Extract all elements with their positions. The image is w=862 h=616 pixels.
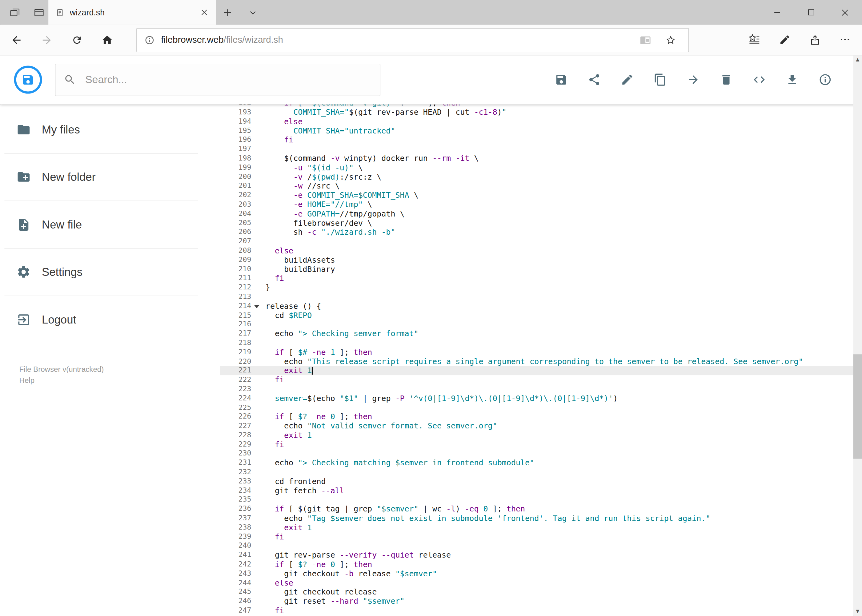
- code-line-212[interactable]: 212}: [220, 283, 853, 292]
- code-line-206[interactable]: 206 sh -c "./wizard.sh -b": [220, 228, 853, 237]
- code-line-194[interactable]: 194 else: [220, 117, 853, 126]
- code-line-213[interactable]: 213: [220, 292, 853, 302]
- code-line-231[interactable]: 231 echo "> Checking matching $semver in…: [220, 458, 853, 467]
- code-line-246[interactable]: 246 git reset --hard "$semver": [220, 597, 853, 606]
- delete-button[interactable]: [720, 73, 733, 86]
- code-line-209[interactable]: 209 buildAssets: [220, 255, 853, 264]
- code-line-222[interactable]: 222 fi: [220, 375, 853, 384]
- code-line-205[interactable]: 205 filebrowser/dev \: [220, 218, 853, 228]
- page-scrollbar[interactable]: ▲ ▼: [853, 55, 862, 616]
- web-note-button[interactable]: [772, 27, 797, 52]
- tab-close-button[interactable]: [197, 5, 211, 19]
- info-button[interactable]: [819, 73, 832, 86]
- code-line-226[interactable]: 226 if [ $? -ne 0 ]; then: [220, 412, 853, 421]
- search-box[interactable]: [55, 63, 381, 96]
- code-line-244[interactable]: 244 else: [220, 578, 853, 588]
- code-line-195[interactable]: 195 COMMIT_SHA="untracked": [220, 126, 853, 135]
- help-link[interactable]: Help: [19, 376, 35, 385]
- move-button[interactable]: [687, 73, 700, 86]
- code-line-221[interactable]: 221 exit 1: [220, 366, 853, 375]
- code-line-220[interactable]: 220 echo "This release script requires a…: [220, 357, 853, 366]
- scroll-up-button[interactable]: ▲: [853, 55, 862, 64]
- sidebar-item-logout[interactable]: Logout: [0, 296, 220, 343]
- code-line-235[interactable]: 235: [220, 495, 853, 504]
- hub-favorites-button[interactable]: [742, 27, 767, 52]
- code-line-211[interactable]: 211 fi: [220, 274, 853, 283]
- code-line-192[interactable]: 192 if [ "$(command -v git)" != "" ]; th…: [220, 104, 853, 108]
- save-button[interactable]: [555, 73, 568, 86]
- code-line-242[interactable]: 242 if [ $? -ne 0 ]; then: [220, 560, 853, 569]
- scroll-down-button[interactable]: ▼: [853, 607, 862, 616]
- sidebar-item-new-folder[interactable]: New folder: [0, 154, 220, 201]
- code-line-217[interactable]: 217 echo "> Checking semver format": [220, 329, 853, 338]
- tab-list-chevron-button[interactable]: [243, 0, 262, 25]
- code-line-207[interactable]: 207: [220, 237, 853, 246]
- sidebar-item-new-file[interactable]: New file: [0, 201, 220, 248]
- code-line-210[interactable]: 210 buildBinary: [220, 264, 853, 274]
- code-line-202[interactable]: 202 -e COMMIT_SHA=$COMMIT_SHA \: [220, 191, 853, 200]
- code-line-199[interactable]: 199 -u "$(id -u)" \: [220, 163, 853, 172]
- code-line-204[interactable]: 204 -e GOPATH=//tmp/gopath \: [220, 209, 853, 218]
- code-line-245[interactable]: 245 git checkout release: [220, 588, 853, 597]
- code-line-237[interactable]: 237 echo "Tag $semver does not exist in …: [220, 514, 853, 523]
- code-line-236[interactable]: 236 if [ $(git tag | grep "$semver" | wc…: [220, 504, 853, 514]
- code-line-232[interactable]: 232: [220, 467, 853, 477]
- code-line-201[interactable]: 201 -w //src \: [220, 181, 853, 191]
- share-button[interactable]: [588, 73, 601, 86]
- site-info-icon[interactable]: [145, 35, 154, 45]
- code-line-225[interactable]: 225: [220, 403, 853, 412]
- code-line-203[interactable]: 203 -e HOME="//tmp" \: [220, 200, 853, 209]
- copy-button[interactable]: [654, 73, 667, 86]
- code-line-241[interactable]: 241 git rev-parse --verify --quiet relea…: [220, 550, 853, 560]
- more-options-button[interactable]: [833, 27, 857, 52]
- download-button[interactable]: [786, 73, 799, 86]
- code-line-229[interactable]: 229 fi: [220, 440, 853, 449]
- sidebar-item-settings[interactable]: Settings: [0, 248, 220, 295]
- scrollbar-thumb[interactable]: [853, 354, 862, 459]
- code-line-233[interactable]: 233 cd frontend: [220, 477, 853, 486]
- new-tab-button[interactable]: [218, 0, 237, 25]
- app-logo[interactable]: [14, 66, 43, 94]
- source-code-button[interactable]: [753, 73, 766, 86]
- address-bar[interactable]: filebrowser.web/files/wizard.sh: [136, 28, 689, 52]
- code-line-223[interactable]: 223: [220, 384, 853, 394]
- code-line-198[interactable]: 198 $(command -v winpty) docker run --rm…: [220, 154, 853, 163]
- code-line-224[interactable]: 224 semver=$(echo "$1" | grep -P '^v(0|[…: [220, 394, 853, 403]
- tabs-aside-button[interactable]: [6, 0, 24, 25]
- maximize-button[interactable]: [794, 0, 828, 25]
- code-line-200[interactable]: 200 -v /$(pwd):/src:z \: [220, 172, 853, 181]
- code-line-243[interactable]: 243 git checkout -b release "$semver": [220, 569, 853, 578]
- code-line-218[interactable]: 218: [220, 338, 853, 347]
- code-line-193[interactable]: 193 COMMIT_SHA="$(git rev-parse HEAD | c…: [220, 108, 853, 117]
- browser-tab[interactable]: wizard.sh: [48, 0, 216, 25]
- search-input[interactable]: [84, 73, 372, 86]
- sidebar-item-my-files[interactable]: My files: [0, 106, 220, 153]
- tab-preview-button[interactable]: [30, 0, 48, 25]
- fold-marker-icon[interactable]: [251, 302, 265, 311]
- code-line-214[interactable]: 214release () {: [220, 302, 853, 311]
- code-editor[interactable]: 192 if [ "$(command -v git)" != "" ]; th…: [220, 104, 853, 616]
- code-line-240[interactable]: 240: [220, 541, 853, 550]
- refresh-button[interactable]: [65, 28, 89, 52]
- code-line-219[interactable]: 219 if [ $# -ne 1 ]; then: [220, 347, 853, 357]
- favorite-star-button[interactable]: [661, 30, 681, 50]
- code-line-230[interactable]: 230: [220, 449, 853, 458]
- code-line-228[interactable]: 228 exit 1: [220, 431, 853, 440]
- code-line-227[interactable]: 227 echo "Not valid semver format. See s…: [220, 421, 853, 431]
- code-line-197[interactable]: 197: [220, 145, 853, 154]
- code-line-247[interactable]: 247 fi: [220, 606, 853, 615]
- code-line-234[interactable]: 234 git fetch --all: [220, 486, 853, 495]
- code-line-196[interactable]: 196 fi: [220, 135, 853, 145]
- share-page-button[interactable]: [803, 27, 827, 52]
- close-window-button[interactable]: [828, 0, 862, 25]
- back-button[interactable]: [4, 28, 28, 52]
- url-text[interactable]: filebrowser.web/files/wizard.sh: [161, 35, 283, 45]
- code-line-215[interactable]: 215 cd $REPO: [220, 311, 853, 320]
- code-line-216[interactable]: 216: [220, 320, 853, 329]
- code-line-208[interactable]: 208 else: [220, 246, 853, 255]
- code-line-238[interactable]: 238 exit 1: [220, 523, 853, 532]
- minimize-button[interactable]: [760, 0, 794, 25]
- home-button[interactable]: [95, 28, 120, 52]
- forward-button[interactable]: [35, 28, 59, 52]
- reading-view-button[interactable]: [635, 30, 655, 50]
